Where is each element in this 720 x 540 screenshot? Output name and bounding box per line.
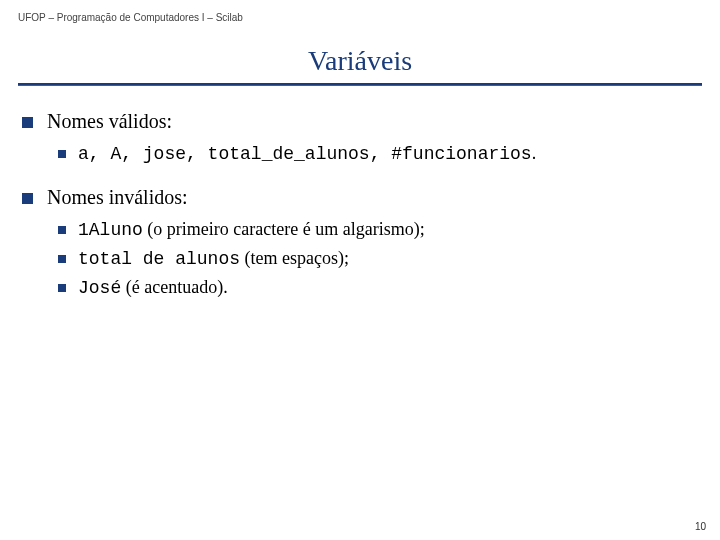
list-item: José (é acentuado). — [58, 277, 702, 298]
valid-heading: Nomes válidos: — [47, 110, 172, 133]
list-item: a, A, jose, total_de_alunos, #funcionari… — [58, 143, 702, 164]
code-text: 1Aluno — [78, 220, 143, 240]
page-number: 10 — [695, 521, 706, 532]
square-bullet-icon — [58, 255, 66, 263]
square-bullet-icon — [22, 193, 33, 204]
rest-text: (o primeiro caractere é um algarismo); — [143, 219, 425, 239]
code-text: total de alunos — [78, 249, 240, 269]
invalid-heading-row: Nomes inválidos: — [22, 186, 702, 209]
rest-text: . — [532, 143, 537, 163]
code-text: José — [78, 278, 121, 298]
slide-content: Nomes válidos: a, A, jose, total_de_alun… — [18, 110, 702, 298]
invalid-heading: Nomes inválidos: — [47, 186, 188, 209]
square-bullet-icon — [58, 226, 66, 234]
invalid-item-text: total de alunos (tem espaços); — [78, 248, 349, 269]
rest-text: (é acentuado). — [121, 277, 227, 297]
valid-heading-row: Nomes válidos: — [22, 110, 702, 133]
slide-title: Variáveis — [18, 45, 702, 77]
square-bullet-icon — [58, 150, 66, 158]
invalid-item-text: 1Aluno (o primeiro caractere é um algari… — [78, 219, 425, 240]
valid-item-text: a, A, jose, total_de_alunos, #funcionari… — [78, 143, 536, 164]
list-item: 1Aluno (o primeiro caractere é um algari… — [58, 219, 702, 240]
rest-text: (tem espaços); — [240, 248, 349, 268]
square-bullet-icon — [22, 117, 33, 128]
course-header: UFOP – Programação de Computadores I – S… — [18, 12, 702, 23]
square-bullet-icon — [58, 284, 66, 292]
list-item: total de alunos (tem espaços); — [58, 248, 702, 269]
title-rule — [18, 83, 702, 86]
code-text: a, A, jose, total_de_alunos, #funcionari… — [78, 144, 532, 164]
invalid-item-text: José (é acentuado). — [78, 277, 228, 298]
